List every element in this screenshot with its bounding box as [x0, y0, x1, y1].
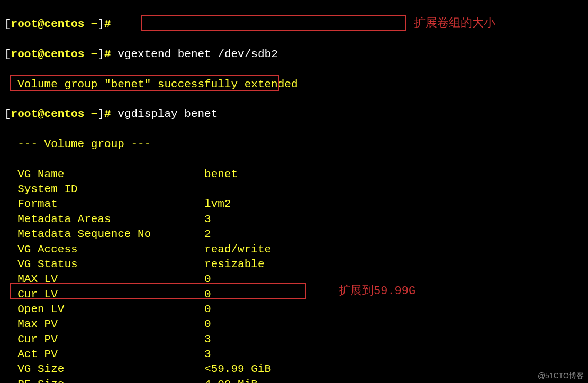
- field-row: Open LV 0: [4, 302, 584, 317]
- field-row: PE Size 4.00 MiB: [4, 377, 584, 383]
- field-row: Cur PV 3: [4, 332, 584, 347]
- field-row: Act PV 3: [4, 347, 584, 362]
- field-row: MAX LV 0: [4, 272, 584, 287]
- terminal-output: [root@centos ~]# [root@centos ~]# vgexte…: [0, 0, 588, 383]
- cmd-line-vgdisplay[interactable]: [root@centos ~]# vgdisplay benet: [4, 107, 584, 122]
- field-row: Metadata Sequence No 2: [4, 227, 584, 242]
- output-success: Volume group "benet" successfully extend…: [4, 77, 584, 92]
- field-row: VG Access read/write: [4, 242, 584, 257]
- field-row: Max PV 0: [4, 317, 584, 332]
- field-row: VG Status resizable: [4, 257, 584, 272]
- field-row: Format lvm2: [4, 197, 584, 212]
- field-row: VG Size <59.99 GiB: [4, 362, 584, 377]
- field-row: VG Name benet: [4, 167, 584, 182]
- field-row: Metadata Areas 3: [4, 212, 584, 227]
- annotation-size: 扩展到59.99G: [339, 284, 415, 299]
- prompt-line-empty: [root@centos ~]#: [4, 17, 584, 32]
- annotation-extend-vg: 扩展卷组的大小: [414, 16, 495, 32]
- field-row: Cur LV 0: [4, 287, 584, 302]
- watermark: @51CTO博客: [538, 371, 584, 381]
- cmd-line-vgextend[interactable]: [root@centos ~]# vgextend benet /dev/sdb…: [4, 47, 584, 62]
- output-header: --- Volume group ---: [4, 137, 584, 152]
- field-row: System ID: [4, 182, 584, 197]
